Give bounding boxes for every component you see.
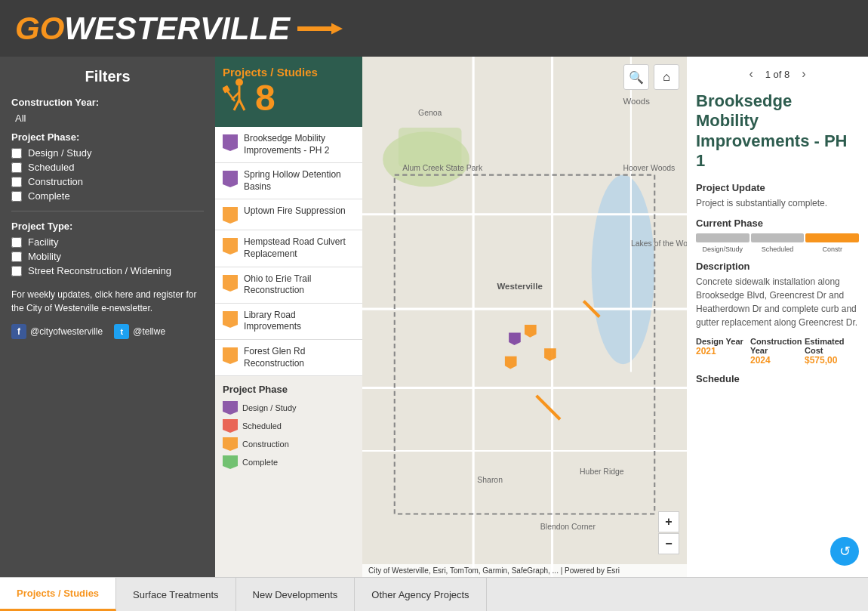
construction-year-value: All [15,113,204,124]
phase-legend-construction: Construction [223,437,355,451]
app-header: GO WESTERVILLE [0,0,868,57]
phase-label-scheduled: Scheduled [28,162,74,173]
svg-marker-0 [297,23,343,34]
type-option-mobility[interactable]: Mobility [11,251,204,262]
project-type-label: Project Type: [11,221,204,232]
project-position: 1 of 8 [765,69,790,80]
worker-icon [223,79,249,118]
facebook-handle: @cityofwesterville [30,326,103,337]
map-area[interactable]: Alum Creek State Park Hoover Woods Lakes… [362,57,687,577]
svg-marker-13 [223,311,238,328]
description-label: Description [696,261,859,272]
type-option-facility[interactable]: Facility [11,236,204,248]
design-year-label: Design Year [696,337,750,346]
construction-year-col: Construction Year 2024 [750,337,805,366]
svg-point-20 [592,175,655,365]
complete-marker-icon [223,455,238,469]
svg-marker-18 [223,455,238,469]
construction-marker-icon [223,437,238,451]
phase-legend-scheduled: Scheduled [223,419,355,433]
projects-panel-title: Projects / Studies [223,66,318,79]
type-checkbox-street[interactable] [11,266,22,276]
list-item[interactable]: Hempstead Road Culvert Replacement [215,230,362,267]
list-item[interactable]: Library Road Improvements [215,304,362,340]
map-attribution: City of Westerville, Esri, TomTom, Garmi… [362,564,687,577]
zoom-in-button[interactable]: + [658,511,679,532]
facebook-link[interactable]: f @cityofwesterville [11,324,103,339]
phase-label-design: Design / Study [28,147,92,159]
detail-panel: ‹ 1 of 8 › Brooksedge Mobility Improveme… [687,57,868,577]
type-checkbox-facility[interactable] [11,237,22,248]
tab-surface-treatments[interactable]: Surface Treatments [116,578,235,611]
phase-label-complete: Complete [242,458,278,467]
type-option-street[interactable]: Street Reconstruction / Widening [11,265,204,276]
projects-panel: Projects / Studies [215,57,362,577]
phase-checkbox-construction[interactable] [11,177,22,187]
project-name: Forest Glen Rd Reconstruction [244,346,355,369]
phase-bar-label-construction: Constr [805,245,859,253]
marker-icon [223,238,238,255]
twitter-icon: t [114,324,129,339]
marker-icon [223,171,238,187]
svg-marker-14 [223,347,238,364]
map-svg: Alum Creek State Park Hoover Woods Lakes… [362,57,687,577]
svg-line-4 [234,100,239,110]
projects-count: 8 [255,80,275,116]
zoom-out-button[interactable]: − [658,533,679,554]
phase-checkbox-complete[interactable] [11,191,22,202]
phase-checkbox-scheduled[interactable] [11,162,22,173]
svg-text:Westerville: Westerville [497,282,542,291]
phase-legend-title: Project Phase [223,384,355,395]
tab-other-agency-projects[interactable]: Other Agency Projects [355,578,486,611]
facebook-icon: f [11,324,26,339]
filters-sidebar: Filters Construction Year: All Project P… [0,57,215,577]
phase-option-scheduled[interactable]: Scheduled [11,162,204,173]
list-item[interactable]: Brooksedge Mobility Improvements - PH 2 [215,127,362,163]
svg-text:Genoa: Genoa [418,109,442,117]
svg-marker-8 [223,134,238,151]
estimated-cost-col: Estimated Cost $575,00 [805,337,859,366]
design-marker-icon [223,401,238,415]
twitter-link[interactable]: t @tellwe [114,324,165,339]
detail-project-title: Brooksedge Mobility Improvements - PH 1 [696,91,859,171]
marker-icon [223,134,238,151]
project-name: Ohio to Erie Trail Reconstruction [244,273,355,297]
next-project-button[interactable]: › [797,66,810,82]
phase-legend: Project Phase Design / Study Scheduled C… [215,376,362,477]
project-name: Spring Hollow Detention Basins [244,169,355,193]
svg-rect-22 [399,128,462,167]
svg-text:Alum Creek State Park: Alum Creek State Park [402,164,483,172]
phase-label-construction: Construction [242,440,289,449]
svg-text:Sharon: Sharon [477,476,503,484]
phase-checkbox-design[interactable] [11,148,22,159]
prev-project-button[interactable]: ‹ [744,66,757,82]
list-item[interactable]: Uptown Fire Suppression [215,199,362,230]
list-item[interactable]: Forest Glen Rd Reconstruction [215,340,362,376]
current-phase-label: Current Phase [696,218,859,229]
newsletter-text: For weekly updates, click here and regis… [11,288,204,315]
phase-label-construction: Construction [28,176,83,187]
reset-button[interactable]: ↺ [830,537,859,566]
project-name: Brooksedge Mobility Improvements - PH 2 [244,133,355,156]
svg-text:Woods: Woods [623,97,650,106]
svg-marker-12 [223,275,238,292]
tab-new-developments[interactable]: New Developments [236,578,356,611]
svg-marker-16 [223,419,238,433]
list-item[interactable]: Spring Hollow Detention Basins [215,163,362,199]
list-item[interactable]: Ohio to Erie Trail Reconstruction [215,267,362,304]
estimated-cost-value: $575,00 [805,355,859,366]
description-text: Concrete sidewalk installation along Bro… [696,275,859,329]
phase-option-design[interactable]: Design / Study [11,147,204,159]
phase-option-complete[interactable]: Complete [11,190,204,202]
main-container: Filters Construction Year: All Project P… [0,57,868,577]
tab-projects-studies[interactable]: Projects / Studies [0,578,116,611]
phase-bar-labels: Design/Study Scheduled Constr [696,245,859,253]
search-map-button[interactable]: 🔍 [623,64,649,90]
svg-marker-11 [223,238,238,255]
project-data-row: Design Year 2021 Construction Year 2024 … [696,337,859,366]
svg-marker-15 [223,401,238,415]
phase-option-construction[interactable]: Construction [11,176,204,187]
type-checkbox-mobility[interactable] [11,251,22,262]
map-controls: 🔍 ⌂ [623,64,679,90]
home-map-button[interactable]: ⌂ [654,64,679,90]
